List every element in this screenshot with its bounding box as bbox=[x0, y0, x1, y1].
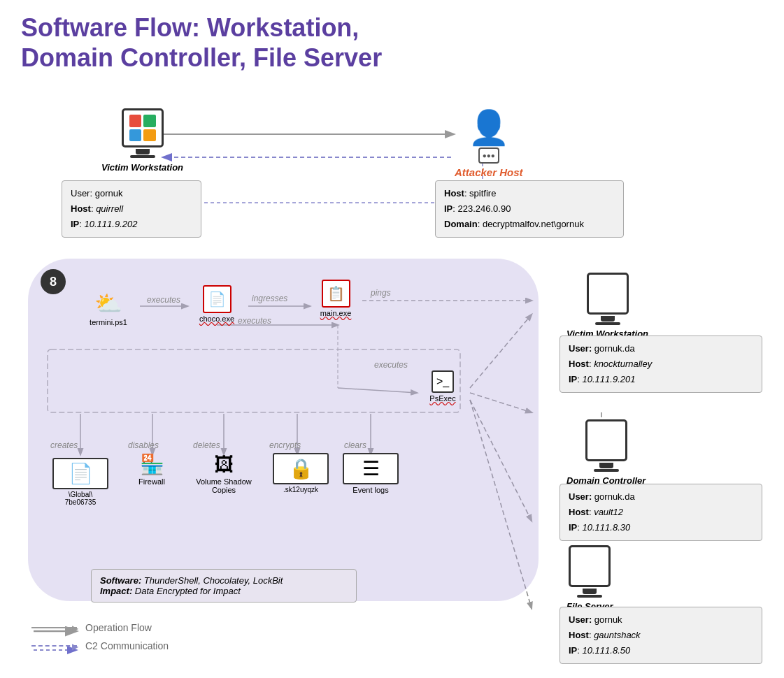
vsc-label: Volume ShadowCopies bbox=[192, 477, 255, 494]
main-label: main.exe bbox=[311, 309, 360, 317]
arrow-disables: disables bbox=[128, 440, 159, 450]
arrow-clears: clears bbox=[344, 440, 366, 450]
eventlogs-label: Event logs bbox=[343, 486, 399, 494]
arrow-executes3: executes bbox=[374, 360, 408, 370]
arrow-executes1: executes bbox=[147, 295, 180, 305]
victim-host: Host: quirrell bbox=[71, 201, 192, 217]
attacker-host-label: Attacker Host bbox=[455, 166, 523, 178]
victim-info-box: User: gornuk Host: quirrell IP: 10.111.9… bbox=[62, 180, 201, 238]
legend-c2-label: C2 Communication bbox=[85, 640, 169, 651]
psexec-element: >_ PsExec bbox=[418, 370, 467, 403]
attacker-ip: IP: 223.246.0.90 bbox=[444, 201, 615, 217]
victim-workstation-top: Victim Workstation bbox=[101, 108, 183, 173]
choco-element: 📄 choco.exe bbox=[189, 285, 245, 323]
attacker-domain: Domain: decryptmalfov.net\gornuk bbox=[444, 217, 615, 232]
step-badge: 8 bbox=[41, 269, 66, 294]
right-fs-info: User: gornuk Host: gauntshack IP: 10.111… bbox=[560, 607, 762, 664]
attacker-host: 👤 ●●● Attacker Host bbox=[455, 108, 523, 178]
firewall-label: Firewall bbox=[127, 477, 176, 486]
main-element: 📋 main.exe bbox=[311, 280, 360, 317]
vsc-element: 🖼 Volume ShadowCopies bbox=[192, 453, 255, 494]
legend-operation-flow: ▶ Operation Flow bbox=[31, 622, 169, 633]
sk12-element: 🔒 .sk12uyqzk bbox=[273, 453, 329, 493]
choco-label: choco.exe bbox=[189, 315, 245, 323]
arrow-creates: creates bbox=[50, 440, 78, 450]
operation-flow-icon: ▶ bbox=[31, 627, 77, 628]
global-label: \Global\ 7be06735 bbox=[52, 491, 108, 506]
arrow-executes2: executes bbox=[238, 316, 271, 326]
software-info-box: Software: ThunderShell, Chocolatey, Lock… bbox=[91, 569, 357, 603]
arrow-encrypts: encrypts bbox=[269, 440, 301, 450]
right-victim-info: User: gornuk.da Host: knockturnalley IP:… bbox=[560, 336, 762, 393]
page-title: Software Flow: Workstation, Domain Contr… bbox=[21, 13, 382, 73]
impact-label: Impact: Data Encrypted for Impact bbox=[100, 586, 348, 596]
victim-ip: IP: 10.111.9.202 bbox=[71, 217, 192, 232]
right-file-server: File Server bbox=[566, 545, 613, 612]
termini-element: ⛅ termini.ps1 bbox=[80, 290, 136, 326]
right-dc-info: User: gornuk.da Host: vault12 IP: 10.111… bbox=[560, 484, 762, 541]
right-domain-controller: Domain Controller bbox=[566, 419, 646, 486]
attacker-info-box: Host: spitfire IP: 223.246.0.90 Domain: … bbox=[435, 180, 624, 238]
global-element: 📄 \Global\ 7be06735 bbox=[52, 458, 108, 506]
termini-label: termini.ps1 bbox=[80, 318, 136, 326]
sk12-label: .sk12uyqzk bbox=[273, 486, 329, 493]
arrow-ingresses: ingresses bbox=[252, 294, 287, 303]
arrow-deletes: deletes bbox=[193, 440, 220, 450]
legend: ▶ Operation Flow ▶ C2 Communication bbox=[31, 622, 169, 658]
eventlogs-element: ☰ Event logs bbox=[343, 453, 399, 494]
c2-comm-icon: ▶ bbox=[31, 645, 77, 647]
right-victim-workstation: Victim Workstation bbox=[566, 273, 648, 339]
legend-c2-comm: ▶ C2 Communication bbox=[31, 640, 169, 651]
firewall-element: 🏪 Firewall bbox=[127, 453, 176, 486]
software-label: Software: ThunderShell, Chocolatey, Lock… bbox=[100, 575, 348, 586]
psexec-label: PsExec bbox=[418, 394, 467, 403]
victim-workstation-top-label: Victim Workstation bbox=[101, 162, 183, 173]
attacker-host-val: Host: spitfire bbox=[444, 186, 615, 201]
victim-user: User: gornuk bbox=[71, 186, 192, 201]
arrow-pings: pings bbox=[371, 288, 391, 298]
legend-operation-label: Operation Flow bbox=[85, 622, 152, 633]
